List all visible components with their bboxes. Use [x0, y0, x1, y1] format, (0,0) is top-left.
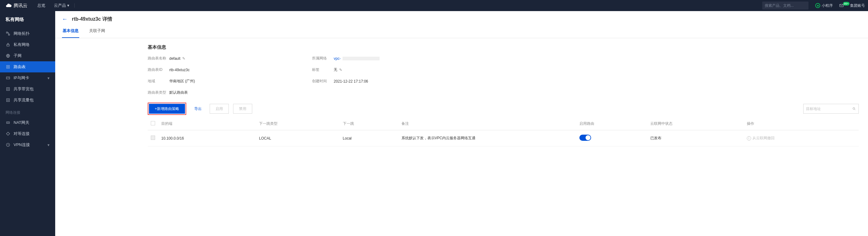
- sidebar-item-label: 私有网络: [13, 42, 30, 47]
- table-header: 备注: [398, 117, 576, 130]
- mini-program[interactable]: 小程序: [812, 3, 836, 8]
- table-header: 目的端: [158, 117, 256, 130]
- svg-rect-3: [6, 32, 8, 33]
- sidebar-item-label: 网络拓扑: [13, 31, 30, 36]
- topology-icon: [5, 31, 10, 36]
- enable-toggle[interactable]: [579, 135, 591, 141]
- redacted: [343, 57, 379, 60]
- list-icon: [5, 64, 10, 69]
- globe-icon: [5, 53, 10, 58]
- brand-logo[interactable]: 腾讯云: [0, 2, 33, 9]
- sidebar-item-vpn[interactable]: VPN连接▾: [0, 139, 55, 150]
- select-all-checkbox[interactable]: [151, 121, 155, 125]
- sidebar-item-label: 共享流量包: [13, 97, 34, 103]
- cell-hop-type: LOCAL: [256, 130, 340, 146]
- sidebar: 私有网络 网络拓扑私有网络子网路由表IP与网卡▾共享带宽包共享流量包 网络连接 …: [0, 11, 55, 236]
- bw-icon: [5, 87, 10, 92]
- sidebar-item-nat[interactable]: NAT网关: [0, 117, 55, 128]
- mail-icon: [839, 3, 844, 8]
- sidebar-item-label: VPN连接: [13, 142, 30, 147]
- edit-icon[interactable]: ✎: [339, 68, 342, 72]
- lock-icon: [5, 42, 10, 47]
- search-icon[interactable]: [852, 107, 856, 111]
- svg-rect-4: [8, 34, 9, 35]
- ip-icon: [5, 75, 10, 80]
- enable-button[interactable]: 启用: [210, 104, 229, 114]
- sidebar-item-label: 共享带宽包: [13, 86, 34, 92]
- back-button[interactable]: ←: [62, 16, 67, 23]
- sidebar-item-globe[interactable]: 子网: [0, 50, 55, 61]
- breadcrumb: ← rtb-49xtuz3c 详情: [55, 11, 868, 23]
- nav-products[interactable]: 云产品 ▾: [50, 0, 74, 11]
- cell-hop: Local: [340, 130, 398, 146]
- sidebar-item-peer[interactable]: 对等连接: [0, 128, 55, 139]
- tabs: 基本信息关联子网: [55, 23, 868, 38]
- flow-icon: [5, 98, 10, 103]
- cell-op: i从云联网撤回: [744, 130, 859, 146]
- cell-enabled: [576, 130, 648, 146]
- chevron-down-icon: ▾: [48, 143, 50, 147]
- cell-ccn: 已发布: [647, 130, 743, 146]
- route-table: 目的端下一跳类型下一跳备注启用路由云联网中状态操作 10.100.0.0/16L…: [148, 117, 859, 146]
- table-header: 启用路由: [576, 117, 648, 130]
- row-checkbox: [151, 136, 155, 140]
- svg-rect-2: [840, 4, 843, 7]
- vpn-icon: [5, 142, 10, 147]
- sidebar-item-label: IP与网卡: [13, 75, 29, 81]
- add-route-button[interactable]: +新增路由策略: [149, 104, 185, 114]
- page-title: rtb-49xtuz3c 详情: [72, 16, 112, 23]
- table-header: 下一跳: [340, 117, 398, 130]
- brand-text: 腾讯云: [13, 3, 27, 9]
- svg-rect-8: [6, 77, 10, 79]
- sidebar-item-lock[interactable]: 私有网络: [0, 39, 55, 50]
- vpc-link[interactable]: vpc-: [334, 56, 341, 61]
- table-search-input[interactable]: [806, 107, 852, 111]
- sidebar-item-label: 对等连接: [13, 131, 30, 136]
- edit-icon[interactable]: ✎: [182, 56, 185, 61]
- top-bar: 腾讯云 总览 云产品 ▾ 小程序 集团账号: [0, 0, 868, 11]
- sidebar-group-label: 网络连接: [0, 106, 55, 117]
- tab-关联子网[interactable]: 关联子网: [89, 28, 106, 38]
- highlight-box: +新增路由策略: [148, 103, 186, 115]
- svg-rect-5: [7, 44, 9, 46]
- info-icon: i: [747, 136, 751, 140]
- table-header: 操作: [744, 117, 859, 130]
- table-header: 云联网中状态: [647, 117, 743, 130]
- global-search-input[interactable]: [765, 3, 811, 8]
- nat-icon: [5, 120, 10, 125]
- table-row: 10.100.0.0/16LOCALLocal系统默认下发，表示VPC内云服务器…: [148, 130, 859, 146]
- sidebar-title: 私有网络: [0, 11, 55, 28]
- panel-title: 基本信息: [148, 44, 859, 50]
- cell-dest: 10.100.0.0/16: [158, 130, 256, 146]
- export-button[interactable]: 导出: [191, 104, 205, 114]
- cloud-icon: [5, 2, 12, 9]
- sidebar-item-bw[interactable]: 共享带宽包: [0, 83, 55, 95]
- peer-icon: [5, 131, 10, 136]
- account-menu[interactable]: 集团账号: [847, 3, 868, 8]
- disable-button[interactable]: 禁用: [233, 104, 252, 114]
- mail-button[interactable]: [836, 3, 847, 8]
- sidebar-item-label: 子网: [13, 53, 22, 59]
- action-bar: +新增路由策略 导出 启用 禁用: [148, 103, 859, 115]
- sidebar-item-label: 路由表: [13, 64, 26, 70]
- content: ← rtb-49xtuz3c 详情 基本信息关联子网 基本信息 路由表名称 de…: [55, 11, 868, 236]
- sidebar-item-list[interactable]: 路由表: [0, 61, 55, 72]
- sidebar-item-flow[interactable]: 共享流量包: [0, 95, 55, 106]
- cell-note: 系统默认下发，表示VPC内云服务器网络互通: [398, 130, 576, 146]
- sidebar-item-ip[interactable]: IP与网卡▾: [0, 72, 55, 83]
- sidebar-item-topology[interactable]: 网络拓扑: [0, 28, 55, 39]
- chevron-down-icon: ▾: [48, 76, 50, 80]
- global-search[interactable]: [762, 2, 808, 9]
- table-header: 下一跳类型: [256, 117, 340, 130]
- svg-line-14: [855, 109, 856, 110]
- table-search[interactable]: [803, 104, 859, 114]
- detail-panel: 基本信息 路由表名称 default ✎ 路由表ID rtb-49xtuz3c …: [55, 38, 868, 156]
- sidebar-item-label: NAT网关: [13, 120, 29, 125]
- tab-基本信息[interactable]: 基本信息: [62, 28, 79, 38]
- nav-overview[interactable]: 总览: [33, 0, 50, 11]
- svg-point-13: [853, 107, 855, 109]
- miniprogram-icon: [815, 3, 820, 8]
- svg-rect-9: [6, 88, 9, 90]
